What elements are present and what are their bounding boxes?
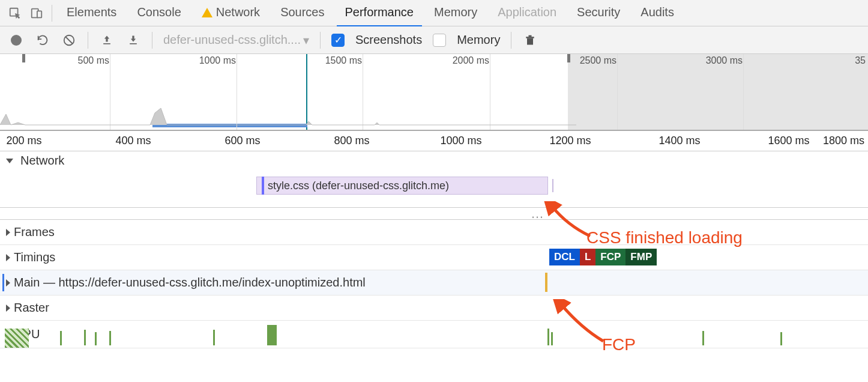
separator bbox=[52, 5, 52, 22]
ruler-label: 800 ms bbox=[334, 135, 369, 147]
request-start-marker bbox=[262, 177, 264, 195]
tab-label: Performance bbox=[345, 5, 414, 19]
timing-badge-fcp[interactable]: FCP bbox=[595, 249, 625, 265]
main-track[interactable]: Main — https://defer-unused-css.glitch.m… bbox=[0, 270, 868, 296]
timings-track[interactable]: Timings DCL L FCP FMP bbox=[0, 245, 868, 270]
device-toggle-icon[interactable] bbox=[28, 4, 46, 22]
raster-track[interactable]: Raster bbox=[0, 296, 868, 321]
ruler-label: 600 ms bbox=[225, 135, 260, 147]
separator bbox=[152, 32, 152, 49]
svg-rect-6 bbox=[130, 43, 137, 44]
overview-tick-label: 35 bbox=[855, 55, 866, 66]
overview-tick-label: 2500 ms bbox=[580, 55, 616, 66]
inspect-icon[interactable] bbox=[6, 4, 24, 22]
gpu-track[interactable]: GPU bbox=[0, 321, 868, 348]
track-label: Raster bbox=[14, 301, 49, 315]
ruler-label: 1800 ms bbox=[823, 135, 864, 147]
collapsed-tracks-indicator[interactable]: … bbox=[0, 208, 868, 220]
svg-rect-7 bbox=[527, 38, 533, 44]
expand-toggle-icon[interactable] bbox=[6, 305, 10, 312]
warning-icon bbox=[202, 8, 212, 17]
tab-label: Audits bbox=[640, 5, 674, 19]
svg-rect-5 bbox=[103, 43, 110, 44]
tab-performance[interactable]: Performance bbox=[337, 0, 423, 26]
overview-cpu-chart bbox=[0, 102, 576, 131]
separator bbox=[88, 32, 88, 49]
clear-button[interactable] bbox=[61, 32, 77, 48]
tab-sources[interactable]: Sources bbox=[272, 0, 333, 26]
expand-toggle-icon[interactable] bbox=[6, 159, 13, 163]
detail-ruler[interactable]: 200 ms 400 ms 600 ms 800 ms 1000 ms 1200… bbox=[0, 131, 868, 151]
garbage-collect-button[interactable] bbox=[522, 32, 538, 48]
tab-label: Security bbox=[577, 5, 620, 19]
ruler-label: 1000 ms bbox=[440, 135, 481, 147]
reload-button[interactable] bbox=[35, 32, 50, 48]
request-end-marker bbox=[552, 179, 553, 192]
main-track-indicator bbox=[2, 274, 4, 291]
gpu-activity bbox=[0, 321, 868, 348]
tab-label: Network bbox=[216, 5, 260, 19]
tab-label: Sources bbox=[280, 5, 324, 19]
overview-timeline[interactable]: 500 ms 1000 ms 1500 ms 2000 ms 2500 ms 3… bbox=[0, 54, 868, 131]
overview-tick-label: 2000 ms bbox=[453, 55, 489, 66]
recording-selector[interactable]: defer-unused-css.glitch.... ▾ bbox=[163, 33, 309, 47]
timing-badges: DCL L FCP FMP bbox=[549, 249, 657, 265]
track-label: Main — https://defer-unused-css.glitch.m… bbox=[14, 276, 366, 290]
timing-badge-l[interactable]: L bbox=[580, 249, 595, 265]
overview-handle-right[interactable] bbox=[567, 54, 570, 62]
chevron-down-icon: ▾ bbox=[303, 33, 309, 47]
ruler-label: 400 ms bbox=[115, 135, 151, 147]
annotation-arrow bbox=[543, 201, 597, 243]
svg-line-4 bbox=[66, 37, 73, 43]
separator bbox=[511, 32, 511, 49]
memory-label: Memory bbox=[457, 33, 500, 47]
track-label: Frames bbox=[14, 225, 55, 239]
recording-name: defer-unused-css.glitch.... bbox=[163, 33, 301, 47]
ruler-label: 1400 ms bbox=[659, 135, 700, 147]
screenshots-checkbox[interactable]: ✓ bbox=[331, 34, 345, 47]
tab-security[interactable]: Security bbox=[568, 0, 628, 26]
record-button[interactable] bbox=[8, 32, 24, 48]
tab-memory[interactable]: Memory bbox=[426, 0, 486, 26]
tab-audits[interactable]: Audits bbox=[632, 0, 683, 26]
main-task-sliver bbox=[545, 273, 547, 292]
svg-rect-8 bbox=[526, 37, 534, 38]
save-profile-button[interactable] bbox=[125, 32, 141, 48]
network-request-label: style.css (defer-unused-css.glitch.me) bbox=[268, 180, 449, 192]
tab-network[interactable]: Network bbox=[193, 0, 268, 26]
tab-label: Elements bbox=[67, 5, 116, 19]
load-profile-button[interactable] bbox=[99, 32, 115, 48]
overview-tick-label: 1500 ms bbox=[325, 55, 362, 66]
tab-elements[interactable]: Elements bbox=[58, 0, 125, 26]
tab-label: Memory bbox=[434, 5, 477, 19]
overview-handle-left[interactable] bbox=[22, 54, 25, 62]
overview-tick-label: 3000 ms bbox=[706, 55, 743, 66]
track-label: Timings bbox=[14, 250, 55, 264]
separator bbox=[320, 32, 321, 49]
tab-application[interactable]: Application bbox=[489, 0, 565, 26]
track-label: Network bbox=[20, 154, 64, 168]
svg-rect-2 bbox=[37, 11, 41, 17]
ruler-label: 200 ms bbox=[6, 135, 41, 147]
svg-rect-9 bbox=[529, 35, 532, 37]
expand-toggle-icon[interactable] bbox=[6, 229, 10, 236]
ruler-label: 1200 ms bbox=[549, 135, 591, 147]
network-track[interactable]: Network style.css (defer-unused-css.glit… bbox=[0, 151, 868, 208]
tab-console[interactable]: Console bbox=[128, 0, 189, 26]
timing-badge-fmp[interactable]: FMP bbox=[625, 249, 657, 265]
overview-tick-label: 500 ms bbox=[78, 55, 109, 66]
overview-tick-label: 1000 ms bbox=[199, 55, 236, 66]
expand-toggle-icon[interactable] bbox=[6, 254, 10, 261]
annotation-arrow bbox=[552, 299, 612, 347]
timing-badge-dcl[interactable]: DCL bbox=[549, 249, 580, 265]
gpu-block bbox=[5, 329, 29, 348]
screenshots-label: Screenshots bbox=[355, 33, 422, 47]
expand-toggle-icon[interactable] bbox=[6, 279, 10, 286]
flame-chart-tracks: Network style.css (defer-unused-css.glit… bbox=[0, 151, 868, 348]
memory-checkbox[interactable] bbox=[433, 34, 446, 47]
performance-toolbar: defer-unused-css.glitch.... ▾ ✓ Screensh… bbox=[0, 26, 868, 54]
network-request-bar[interactable]: style.css (defer-unused-css.glitch.me) bbox=[256, 177, 548, 195]
tab-label: Application bbox=[498, 5, 556, 19]
devtools-tabbar: Elements Console Network Sources Perform… bbox=[0, 0, 868, 26]
tab-label: Console bbox=[137, 5, 181, 19]
